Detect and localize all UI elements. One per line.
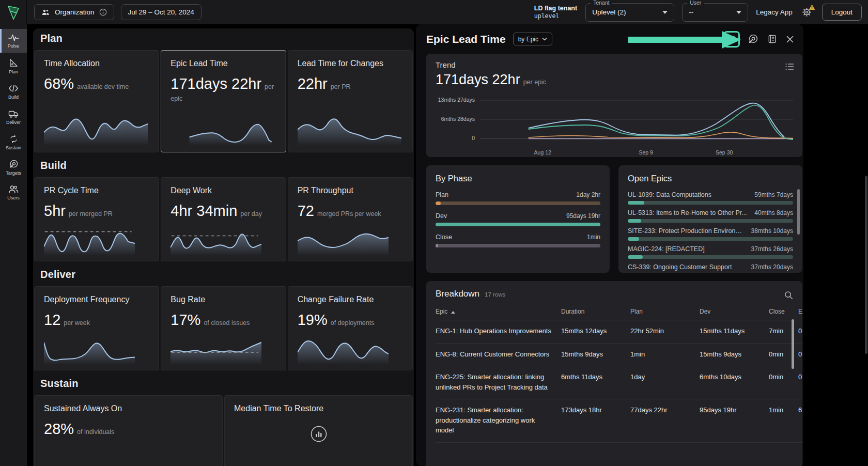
- epic-bar: [628, 255, 793, 259]
- card-title: Epic Lead Time: [171, 59, 276, 68]
- metric-card-sustained-always-on[interactable]: Sustained Always On 28%of individuals: [34, 395, 223, 466]
- trend-line-chart: [480, 95, 793, 147]
- tenant-select[interactable]: Tenant Uplevel (2): [585, 3, 674, 22]
- column-header-epic[interactable]: Epic: [436, 308, 561, 315]
- app-logo[interactable]: [0, 0, 27, 24]
- table-row[interactable]: ENG-8: Current Customer Connectors 15mth…: [436, 344, 802, 367]
- phase-bar: [436, 201, 600, 205]
- book-icon: [767, 34, 777, 44]
- sidebar-item-targets[interactable]: Targets: [0, 156, 27, 179]
- table-row[interactable]: ENG-1: Hub Operations Improvements 15mth…: [436, 320, 802, 344]
- chevron-down-icon: [662, 11, 668, 14]
- card-value: 17%: [171, 312, 200, 328]
- column-header-dev[interactable]: Dev: [700, 308, 769, 315]
- metric-card-change-failure-rate[interactable]: Change Failure Rate 19%of deployments: [288, 286, 413, 370]
- series-list-button[interactable]: [784, 62, 795, 71]
- epic-list-item[interactable]: SITE-233: Protect Production Environment…: [628, 227, 793, 241]
- sidebar-item-deliver[interactable]: Deliver: [0, 105, 27, 129]
- metric-card-time-allocation[interactable]: Time Allocation 68%available dev time: [34, 50, 159, 152]
- column-header-plan[interactable]: Plan: [630, 308, 700, 315]
- section-heading-plan: Plan: [33, 28, 414, 50]
- sidebar-item-plan[interactable]: Plan: [0, 54, 27, 78]
- glossary-book-button[interactable]: [766, 33, 778, 45]
- metric-card-pr-cycle-time[interactable]: PR Cycle Time 5hrper merged PR: [34, 177, 159, 261]
- open-epics-scrollbar[interactable]: [797, 189, 800, 235]
- card-unit: available dev time: [77, 83, 129, 90]
- table-row[interactable]: ENG-231: Smarter allocation: productiona…: [436, 399, 802, 443]
- cell-dev: 6mths 10days: [700, 372, 769, 392]
- logout-button[interactable]: Logout: [822, 4, 862, 21]
- epic-name: UL-5313: Items to Re-Home to Other Pr...: [628, 209, 747, 216]
- breakdown-search-button[interactable]: [783, 290, 794, 301]
- cell-dev: 15mths 11days: [700, 326, 769, 336]
- table-row[interactable]: ENG-225: Smarter allocation: linking unl…: [436, 366, 802, 399]
- y-tick: 6mths 28days: [441, 116, 475, 122]
- metric-card-pr-throughput[interactable]: PR Throughput 72merged PRs per week: [288, 177, 413, 261]
- plan-icon: [9, 58, 19, 68]
- detail-title: Epic Lead Time: [426, 33, 506, 45]
- chevron-down-icon: [542, 37, 547, 41]
- epic-list-item[interactable]: UL-1039: Data Computations 59mths 7days: [628, 191, 793, 205]
- build-cards-row: PR Cycle Time 5hrper merged PR Deep Work…: [33, 177, 414, 261]
- page-scrollbar[interactable]: [865, 176, 867, 354]
- trend-chart: 13mths 27days 6mths 28days 0: [436, 95, 793, 147]
- column-header-duration[interactable]: Duration: [561, 308, 630, 315]
- legacy-app-link[interactable]: Legacy App: [756, 8, 793, 16]
- x-tick: Aug 12: [534, 149, 551, 156]
- epic-list-item[interactable]: CS-339: Ongoing Customer Support 37mths …: [628, 263, 793, 273]
- user-select[interactable]: User --: [682, 3, 748, 22]
- y-tick: 13mths 27days: [438, 97, 475, 103]
- users-icon: [8, 185, 19, 194]
- section-heading-deliver: Deliver: [33, 261, 414, 286]
- organization-label: Organization: [55, 8, 95, 16]
- build-icon: [8, 84, 19, 93]
- sidebar-item-build[interactable]: Build: [0, 80, 27, 103]
- phase-value: 1min: [587, 234, 600, 241]
- section-heading-build: Build: [33, 152, 414, 177]
- sparkline-chart: [44, 227, 135, 256]
- epic-name: MAGIC-224: [REDACTED]: [628, 245, 705, 253]
- phase-row-close: Close 1min: [436, 234, 600, 247]
- trend-label: Trend: [436, 60, 793, 69]
- targets-icon: [9, 159, 19, 169]
- card-value: 72: [298, 203, 314, 219]
- metric-card-epic-lead-time[interactable]: Epic Lead Time 171days 22hrper epic: [161, 50, 286, 152]
- epic-bar: [628, 237, 793, 241]
- epic-list-item[interactable]: UL-5313: Items to Re-Home to Other Pr...…: [628, 209, 793, 223]
- annotation-arrow: [628, 37, 722, 43]
- card-title: Lead Time for Changes: [298, 59, 403, 68]
- sidebar-item-sustain[interactable]: Sustain: [0, 130, 27, 154]
- group-by-dropdown[interactable]: by Epic: [513, 33, 552, 45]
- settings-button[interactable]: [802, 7, 812, 17]
- metric-card-median-time-to-restore[interactable]: Median Time To Restore: [224, 395, 413, 466]
- cell-duration: 15mths 12days: [561, 326, 630, 336]
- trend-y-axis: 13mths 27days 6mths 28days 0: [436, 95, 480, 147]
- close-panel-button[interactable]: [785, 34, 795, 44]
- chevron-down-icon: [736, 11, 741, 14]
- phase-bar: [436, 223, 600, 226]
- metric-card-lead-time-for-changes[interactable]: Lead Time for Changes 22hrper PR: [288, 50, 413, 152]
- metric-card-bug-rate[interactable]: Bug Rate 17%of closed issues: [161, 286, 286, 370]
- card-title: Median Time To Restore: [234, 404, 403, 413]
- epic-value: 38mths 10days: [751, 227, 793, 235]
- card-unit: of closed issues: [204, 319, 250, 327]
- goal-target-button[interactable]: [747, 33, 760, 45]
- organization-button[interactable]: Organization: [34, 4, 114, 20]
- column-header-close[interactable]: Close: [769, 308, 798, 315]
- column-header-effort[interactable]: Effort: [798, 308, 802, 315]
- logout-label: Logout: [831, 8, 853, 16]
- date-range-button[interactable]: Jul 29 – Oct 20, 2024: [121, 4, 202, 20]
- epic-value: 40mths 8days: [754, 209, 793, 216]
- plan-cards-row: Time Allocation 68%available dev time Ep…: [33, 50, 414, 152]
- sparkline-chart: [171, 227, 261, 256]
- sidebar-item-label: Users: [7, 195, 20, 200]
- epic-name: UL-1039: Data Computations: [628, 191, 711, 198]
- metric-card-deployment-frequency[interactable]: Deployment Frequency 12per week: [34, 286, 159, 370]
- epic-list-item[interactable]: MAGIC-224: [REDACTED] 37mths 26days: [628, 245, 793, 259]
- breakdown-scrollbar[interactable]: [792, 319, 794, 369]
- epic-value: 59mths 7days: [754, 191, 793, 198]
- sidebar-item-pulse[interactable]: Pulse: [0, 29, 27, 53]
- user-select-label: User: [687, 0, 704, 6]
- sidebar-item-users[interactable]: Users: [0, 181, 27, 205]
- metric-card-deep-work[interactable]: Deep Work 4hr 34minper day: [161, 177, 286, 261]
